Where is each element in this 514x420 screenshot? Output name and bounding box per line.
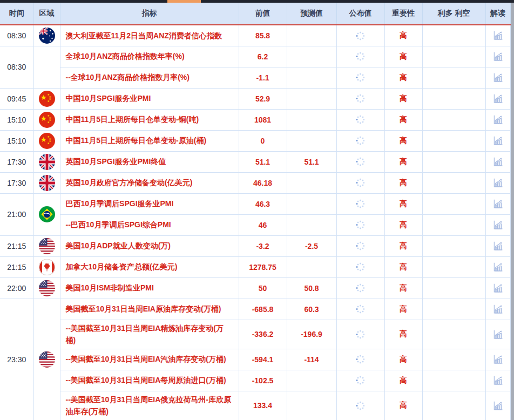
indicator-link[interactable]: 美国截至10月31日当周EIA原油库存变动(万桶) <box>60 299 239 320</box>
indicator-link[interactable]: --全球10月ANZ商品价格指数月率(%) <box>60 67 239 88</box>
previous-value: 1278.75 <box>239 256 287 277</box>
interpretation-chart-icon[interactable] <box>492 156 504 167</box>
indicator-link[interactable]: --美国截至10月31日当周EIA汽油库存变动(万桶) <box>60 349 239 370</box>
forecast-value: -196.9 <box>287 320 336 349</box>
flag-usa-icon <box>39 238 55 254</box>
interpretation-cell[interactable] <box>485 299 510 320</box>
importance-cell: 高 <box>384 67 422 88</box>
loading-spinner-icon <box>356 330 365 339</box>
vertical-scrollbar[interactable] <box>511 3 514 420</box>
region-cell <box>33 299 60 420</box>
interpretation-cell[interactable] <box>485 67 510 88</box>
interpretation-chart-icon[interactable] <box>492 375 504 386</box>
indicator-link[interactable]: 澳大利亚截至11月2日当周ANZ消费者信心指数 <box>60 25 239 46</box>
indicator-link[interactable]: 中国10月SPGI服务业PMI <box>60 88 239 109</box>
loading-spinner-icon <box>356 283 365 293</box>
interpretation-cell[interactable] <box>485 235 510 256</box>
interpretation-chart-icon[interactable] <box>492 261 504 273</box>
interpretation-chart-icon[interactable] <box>492 282 504 294</box>
indicator-link[interactable]: 美国10月ADP就业人数变动(万) <box>60 235 239 256</box>
interpretation-cell[interactable] <box>485 151 510 172</box>
region-cell <box>33 277 60 299</box>
interpretation-cell[interactable] <box>485 172 510 193</box>
indicator-link[interactable]: 英国10月政府官方净储备变动(亿美元) <box>60 172 239 193</box>
interpretation-chart-icon[interactable] <box>492 114 504 125</box>
published-value-cell <box>336 151 384 172</box>
interpretation-cell[interactable] <box>485 109 510 130</box>
interpretation-chart-icon[interactable] <box>492 177 504 188</box>
interpretation-chart-icon[interactable] <box>492 93 504 104</box>
table-row: 21:15 加拿大10月储备资产总额(亿美元) 1278.75 高 <box>0 256 510 277</box>
previous-value: -102.5 <box>239 370 287 391</box>
time-cell: 21:00 <box>0 193 33 235</box>
forecast-value <box>287 370 336 391</box>
bullish-bearish-cell <box>422 235 485 256</box>
interpretation-chart-icon[interactable] <box>492 240 504 252</box>
time-cell: 09:45 <box>0 88 33 109</box>
interpretation-chart-icon[interactable] <box>492 135 504 146</box>
importance-cell: 高 <box>384 46 422 67</box>
interpretation-cell[interactable] <box>485 349 510 370</box>
interpretation-chart-icon[interactable] <box>492 72 504 83</box>
region-cell <box>33 109 60 130</box>
indicator-link[interactable]: --美国截至10月31日当周EIA每周原油进口(万桶) <box>60 370 239 391</box>
interpretation-cell[interactable] <box>485 46 510 67</box>
loading-spinner-icon <box>356 220 365 229</box>
interpretation-chart-icon[interactable] <box>492 354 504 365</box>
interpretation-cell[interactable] <box>485 88 510 109</box>
indicator-link[interactable]: 英国10月SPGI服务业PMI终值 <box>60 151 239 172</box>
forecast-value: -2.5 <box>287 235 336 256</box>
loading-spinner-icon <box>356 262 365 272</box>
time-cell: 21:15 <box>0 256 33 277</box>
previous-value: -336.2 <box>239 320 287 349</box>
interpretation-cell[interactable] <box>485 320 510 349</box>
interpretation-chart-icon[interactable] <box>492 400 504 411</box>
top-scrollbar-track[interactable] <box>0 0 514 3</box>
published-value-cell <box>336 256 384 277</box>
indicator-link[interactable]: 中国11月5日上期所每日仓单变动-原油(桶) <box>60 130 239 151</box>
interpretation-cell[interactable] <box>485 391 510 420</box>
importance-cell: 高 <box>384 370 422 391</box>
interpretation-chart-icon[interactable] <box>492 303 504 315</box>
indicator-link[interactable]: --巴西10月季调后SPGI综合PMI <box>60 214 239 235</box>
interpretation-cell[interactable] <box>485 193 510 214</box>
interpretation-cell[interactable] <box>485 370 510 391</box>
bullish-bearish-cell <box>422 349 485 370</box>
bullish-bearish-cell <box>422 193 485 214</box>
table-row: --美国截至10月31日当周EIA汽油库存变动(万桶) -594.1 -114 … <box>0 349 510 370</box>
indicator-link[interactable]: --美国截至10月31日当周EIA精炼油库存变动(万桶) <box>60 320 239 349</box>
interpretation-chart-icon[interactable] <box>492 219 504 231</box>
importance-cell: 高 <box>384 130 422 151</box>
interpretation-cell[interactable] <box>485 256 510 277</box>
top-scrollbar-thumb[interactable] <box>167 0 201 3</box>
indicator-link[interactable]: 加拿大10月储备资产总额(亿美元) <box>60 256 239 277</box>
region-cell-empty <box>33 46 60 88</box>
table-row: --全球10月ANZ商品价格指数月率(%) -1.1 高 <box>0 67 510 88</box>
interpretation-cell[interactable] <box>485 214 510 235</box>
interpretation-cell[interactable] <box>485 130 510 151</box>
indicator-link[interactable]: 中国11月5日上期所每日仓单变动-铜(吨) <box>60 109 239 130</box>
importance-cell: 高 <box>384 25 422 46</box>
importance-cell: 高 <box>384 299 422 320</box>
region-cell <box>33 172 60 193</box>
flag-canada-icon <box>39 259 55 275</box>
indicator-link[interactable]: --美国截至10月31日当周EIA俄克拉荷马州-库欣原油库存(万桶) <box>60 391 239 420</box>
interpretation-cell[interactable] <box>485 277 510 299</box>
indicator-link[interactable]: 美国10月ISM非制造业PMI <box>60 277 239 299</box>
loading-spinner-icon <box>356 73 365 82</box>
published-value-cell <box>336 349 384 370</box>
time-cell: 15:10 <box>0 109 33 130</box>
loading-spinner-icon <box>356 136 365 145</box>
previous-value: -594.1 <box>239 349 287 370</box>
bullish-bearish-cell <box>422 109 485 130</box>
interpretation-chart-icon[interactable] <box>492 329 504 340</box>
interpretation-cell[interactable] <box>485 25 510 46</box>
interpretation-chart-icon[interactable] <box>492 30 504 41</box>
indicator-link[interactable]: 巴西10月季调后SPGI服务业PMI <box>60 193 239 214</box>
previous-value: 133.4 <box>239 391 287 420</box>
col-header-published: 公布值 <box>336 3 384 25</box>
indicator-link[interactable]: 全球10月ANZ商品价格指数年率(%) <box>60 46 239 67</box>
table-row: 21:00 巴西10月季调后SPGI服务业PMI 46.3 高 <box>0 193 510 214</box>
interpretation-chart-icon[interactable] <box>492 198 504 209</box>
interpretation-chart-icon[interactable] <box>492 51 504 62</box>
